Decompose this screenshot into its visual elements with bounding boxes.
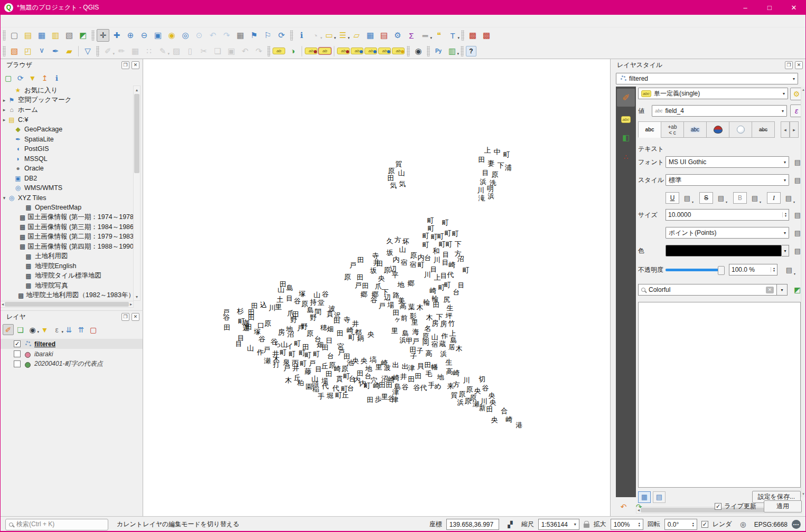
callout-tab[interactable]: abc	[752, 121, 775, 138]
redo-button[interactable]: ↷	[252, 45, 265, 58]
value-field-dropdown[interactable]: abc field_4 ▾	[652, 105, 787, 117]
search-dropdown-icon[interactable]: ▾	[777, 284, 788, 296]
menu-item[interactable]	[12, 20, 21, 23]
underline-override-button[interactable]: ▤	[682, 193, 692, 203]
manage-visibility-button[interactable]: ◉	[27, 324, 38, 335]
tree-item-spatialite[interactable]: ✒ SpatiaLite	[0, 135, 134, 145]
tree-item-chiriin-english[interactable]: ▩ 地理院English	[0, 261, 134, 271]
render-checkbox[interactable]: ✓	[701, 521, 708, 528]
messages-icon[interactable]: •••	[792, 520, 801, 529]
lock-scale-icon[interactable]	[584, 524, 589, 528]
layer-diagram-button[interactable]: ◑	[286, 45, 299, 58]
undo-button[interactable]: ↶	[239, 45, 251, 58]
opacity-spinbox[interactable]: 100.0 % ▴▾	[729, 264, 777, 276]
highlight-pinned-labels-button[interactable]: ab	[318, 48, 331, 54]
new-spatialite-layer-button[interactable]: ✒	[49, 45, 62, 58]
refresh-browser-button[interactable]: ⟳	[15, 72, 26, 83]
browser-close-button[interactable]: ✕	[132, 61, 139, 69]
filter-expression-button[interactable]: ε	[51, 324, 62, 335]
symbology-tab[interactable]: ✐	[617, 89, 635, 107]
current-edits-button[interactable]: ✐	[101, 45, 114, 58]
zoom-to-layer-button[interactable]: ◎	[179, 29, 192, 42]
add-selected-layers-button[interactable]: ▢	[3, 72, 14, 83]
labels-tab[interactable]: abc	[617, 114, 635, 125]
tree-item-postgis[interactable]: ◖ PostGIS	[0, 144, 134, 154]
expander-icon[interactable]: ▸	[1, 98, 7, 103]
change-label-button[interactable]: ab	[392, 48, 405, 54]
run-feature-action-button[interactable]: ◔	[309, 29, 322, 42]
tree-item-openstreetmap[interactable]: ▩ OpenStreetMap	[0, 203, 134, 213]
menu-item[interactable]	[69, 20, 78, 23]
layer-checkbox[interactable]: ✓	[14, 340, 21, 347]
tree-item-chiriin-photo[interactable]: ▩ 地理院写真	[0, 281, 134, 291]
label-mode-dropdown[interactable]: abc 単一定義(single) ▾	[638, 88, 788, 99]
zoom-next-button[interactable]: ↷	[220, 29, 233, 42]
tree-item-kokudo-4[interactable]: ▩ 国土画像情報 (第四期：1988～1990	[0, 242, 134, 252]
new-scratch-layer-button[interactable]: ▽	[81, 45, 94, 58]
minimize-button[interactable]: –	[733, 0, 757, 15]
collapse-all-button[interactable]: ↥	[39, 72, 50, 83]
bold-button[interactable]: B	[733, 192, 747, 204]
expand-all-button[interactable]: ⇊	[63, 324, 74, 335]
expander-icon[interactable]: ▸	[1, 117, 7, 122]
menu-item[interactable]	[78, 20, 88, 23]
scroll-thumb[interactable]	[134, 94, 139, 173]
move-label-button[interactable]: ab	[364, 48, 377, 54]
browser-horizontal-scrollbar[interactable]: ◂ ▸	[0, 301, 134, 308]
add-group-button[interactable]: ❏	[15, 324, 26, 335]
expander-icon[interactable]: ▾	[1, 195, 7, 201]
python-console-button[interactable]: Py	[432, 45, 445, 58]
open-styling-panel-button[interactable]: ✐	[3, 324, 14, 335]
new-virtual-layer-button[interactable]: ▰	[63, 45, 76, 58]
identify-features-button[interactable]: ℹ	[295, 29, 308, 42]
layer-checkbox[interactable]	[14, 360, 21, 367]
scroll-right-icon[interactable]: ▸	[130, 302, 132, 307]
zoom-native-button[interactable]: ⊙	[193, 29, 205, 42]
menu-item[interactable]	[59, 20, 69, 23]
tree-item-kokudo-2[interactable]: ▩ 国土画像情報 (第二期：1979～1983	[0, 232, 134, 242]
map-tips-button[interactable]: ❝	[433, 29, 445, 42]
toggle-pin-labels-button[interactable]: ab	[337, 48, 350, 54]
statistical-summary-button[interactable]: Σ	[405, 29, 418, 42]
measure-button[interactable]: ═	[419, 29, 432, 42]
layout-manager-button[interactable]: ▧	[63, 29, 76, 42]
buffer-tab[interactable]: abc	[683, 121, 707, 138]
style-dropdown[interactable]: 標準 ▾	[666, 174, 789, 186]
tree-item-xyz-tiles[interactable]: ▾ ◎ XYZ Tiles	[0, 193, 134, 203]
select-by-expression-button[interactable]: ☰	[336, 29, 349, 42]
italic-button[interactable]: I	[767, 192, 781, 204]
undo-style-button[interactable]: ↶	[618, 501, 629, 512]
background-tab[interactable]	[706, 121, 729, 138]
browser-vertical-scrollbar[interactable]: ▴ ▾	[133, 86, 140, 301]
opacity-slider[interactable]	[666, 269, 724, 271]
extents-toggle-icon[interactable]: ▞	[504, 518, 517, 531]
menu-item[interactable]	[97, 20, 107, 23]
vertex-tool-button[interactable]: ✎	[156, 45, 169, 58]
magnifier-spinbox[interactable]: 100%▴▾	[611, 519, 643, 530]
refresh-map-button[interactable]: ⟳	[275, 29, 288, 42]
pan-map-button[interactable]: ✛	[97, 29, 109, 42]
styling-close-button[interactable]: ✕	[795, 61, 803, 69]
font-dropdown[interactable]: MS UI Gothic ▾	[666, 156, 789, 168]
maximize-button[interactable]: □	[757, 0, 782, 15]
layer-row-ibaraki[interactable]: ibaraki	[0, 349, 143, 359]
live-update-checkbox[interactable]: ✓	[715, 503, 721, 510]
tree-item-oracle[interactable]: ● Oracle	[0, 164, 134, 174]
scroll-thumb[interactable]	[5, 302, 129, 307]
size-unit-dropdown[interactable]: ポイント(Points) ▾	[666, 227, 789, 239]
tabs-scroll-left-icon[interactable]: ◂	[781, 121, 790, 138]
show-bookmarks-button[interactable]: ⚐	[261, 29, 274, 42]
scroll-up-icon[interactable]: ▴	[134, 86, 140, 93]
scale-combobox[interactable]: 1:536144▾	[538, 519, 579, 530]
zoom-in-button[interactable]: ⊕	[124, 29, 137, 42]
tree-item-geopackage[interactable]: ◆ GeoPackage	[0, 125, 134, 135]
spin-down-icon[interactable]: ▾	[785, 215, 786, 217]
plugin-button-2[interactable]: ▩	[480, 29, 493, 42]
tree-item-tochiriyou[interactable]: ▩ 土地利用図	[0, 252, 134, 262]
save-project-button[interactable]: ▦	[35, 29, 48, 42]
italic-override-button[interactable]: ▤	[783, 193, 794, 203]
menu-item[interactable]	[21, 20, 31, 23]
styling-vertical-scrollbar[interactable]: ▴ ▾	[801, 87, 805, 497]
layers-close-button[interactable]: ✕	[132, 313, 139, 321]
processing-toolbox-button[interactable]: ⚙	[391, 29, 404, 42]
